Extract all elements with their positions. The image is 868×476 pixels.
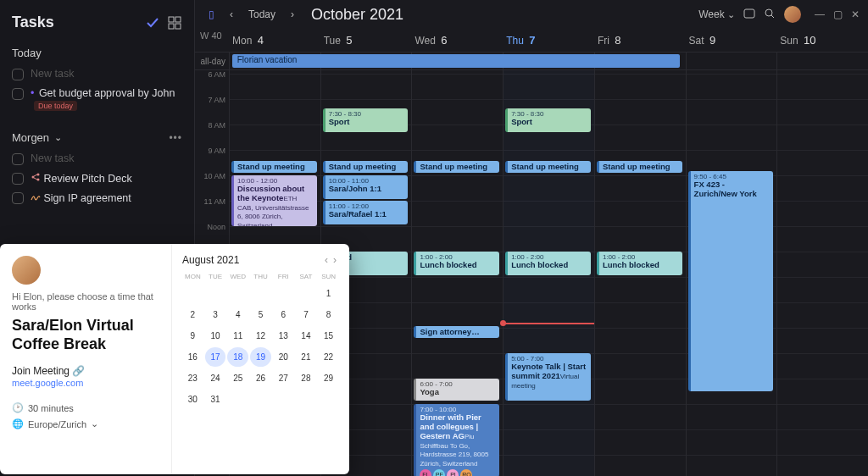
day-col-fri[interactable]: Stand up meeting 1:00 - 2:00Lunch blocke…	[594, 70, 686, 476]
event-standup[interactable]: Stand up meeting	[414, 161, 499, 173]
mini-dow: TUE	[205, 271, 226, 282]
task-sign-ip[interactable]: Sign IP agreement	[12, 188, 182, 208]
mini-day-cell[interactable]: 7	[296, 305, 317, 324]
search-icon[interactable]	[764, 8, 776, 22]
minimize-button[interactable]: —	[815, 8, 825, 20]
event-sara-john[interactable]: 10:00 - 11:00Sara/John 1:1	[323, 175, 409, 199]
mini-day-cell[interactable]: 3	[205, 305, 226, 324]
event-florian-vacation[interactable]: Florian vacation	[232, 54, 680, 68]
event-sport[interactable]: 7:30 - 8:30Sport	[505, 108, 591, 132]
event-standup[interactable]: Stand up meeting	[323, 161, 409, 173]
close-button[interactable]: ✕	[851, 8, 860, 20]
mini-prev-button[interactable]: ‹	[322, 254, 331, 266]
maximize-button[interactable]: ▢	[833, 8, 843, 20]
mini-day-cell[interactable]: 29	[318, 368, 339, 388]
event-sign-attorney[interactable]: Sign attorney…	[414, 326, 499, 338]
day-header-sun[interactable]: Sun 10	[776, 29, 868, 52]
join-meeting-link[interactable]: Join Meeting 🔗 meet.google.com	[12, 365, 159, 389]
mini-day-cell[interactable]: 17	[205, 347, 226, 367]
day-header-mon[interactable]: Mon 4	[229, 29, 320, 52]
mini-day-cell[interactable]: 15	[318, 326, 339, 346]
mini-day-cell[interactable]: 28	[296, 368, 317, 388]
mini-day-cell[interactable]: 9	[182, 326, 203, 346]
globe-icon: 🌐	[12, 418, 24, 429]
more-icon[interactable]: •••	[169, 132, 182, 144]
mini-day-cell[interactable]: 8	[318, 305, 339, 324]
mini-day-cell[interactable]: 1	[318, 284, 339, 303]
mini-day-cell[interactable]: 19	[250, 347, 271, 367]
today-button[interactable]: Today	[243, 7, 281, 22]
event-discussion-keynote[interactable]: 10:00 - 12:00Discussion about the Keynot…	[231, 175, 317, 226]
avatar[interactable]	[784, 6, 801, 23]
day-col-wed[interactable]: Stand up meeting 1:00 - 2:00Lunch blocke…	[411, 70, 503, 476]
day-header-tue[interactable]: Tue 5	[320, 29, 412, 52]
mini-day-cell[interactable]: 4	[227, 305, 248, 324]
svg-rect-3	[175, 24, 181, 29]
checkbox-icon[interactable]	[12, 88, 24, 100]
mini-day-cell[interactable]: 21	[296, 347, 317, 367]
hour-label: 6 AM	[195, 70, 229, 96]
mini-day-cell[interactable]: 16	[182, 347, 203, 367]
topbar: ▯ ‹ Today › October 2021 Week ⌄ — ▢ ✕	[195, 0, 868, 29]
mini-day-cell[interactable]: 10	[205, 326, 226, 346]
group-label[interactable]: Morgen ⌄	[12, 131, 62, 144]
mini-day-cell[interactable]: 26	[250, 368, 271, 388]
event-sport[interactable]: 7:30 - 8:30Sport	[323, 108, 409, 132]
mini-day-cell[interactable]: 27	[273, 368, 294, 388]
mini-calendar-icon[interactable]	[743, 8, 755, 22]
event-yoga[interactable]: 6:00 - 7:00Yoga	[414, 379, 499, 401]
mini-day-cell[interactable]: 2	[182, 305, 203, 324]
event-dinner[interactable]: 7:00 - 10:00Dinner with Pier and collegu…	[414, 404, 499, 476]
event-sara-rafael[interactable]: 11:00 - 12:00Sara/Rafael 1:1	[323, 201, 409, 224]
mini-day-cell[interactable]: 30	[182, 390, 203, 409]
task-budget-approval[interactable]: • Get budget approval by John Due today	[12, 84, 182, 114]
check-icon[interactable]	[145, 15, 160, 30]
day-col-sat[interactable]: 9:50 - 6:45FX 423 - Zurich/New York	[686, 70, 777, 476]
mini-day-cell[interactable]: 31	[205, 390, 226, 409]
mini-day-cell[interactable]: 25	[227, 368, 248, 388]
mini-day-cell[interactable]: 12	[250, 326, 271, 346]
prev-week-button[interactable]: ‹	[225, 7, 238, 22]
next-week-button[interactable]: ›	[286, 7, 299, 22]
mini-day-cell[interactable]: 14	[296, 326, 317, 346]
event-keynote-talk[interactable]: 5:00 - 7:00Keynote Talk | Start summit 2…	[505, 353, 591, 401]
day-header-thu[interactable]: Thu 7	[503, 29, 594, 52]
panel-toggle-icon[interactable]: ▯	[203, 7, 220, 22]
mini-day-cell[interactable]: 5	[250, 305, 271, 324]
day-header-fri[interactable]: Fri 8	[594, 29, 686, 52]
event-lunch[interactable]: 1:00 - 2:00Lunch blocked	[505, 252, 591, 275]
mini-day-cell[interactable]: 13	[273, 326, 294, 346]
event-standup[interactable]: Stand up meeting	[597, 161, 682, 173]
day-header-sat[interactable]: Sat 9	[686, 29, 777, 52]
new-task-row[interactable]: New task	[12, 64, 182, 84]
mini-day-cell[interactable]: 20	[273, 347, 294, 367]
event-standup[interactable]: Stand up meeting	[231, 161, 317, 173]
checkbox-icon[interactable]	[12, 69, 24, 80]
mini-day-cell[interactable]: 18	[227, 347, 248, 367]
event-lunch[interactable]: 1:00 - 2:00Lunch blocked	[414, 252, 499, 275]
mini-day-cell[interactable]: 6	[273, 305, 294, 324]
checkbox-icon[interactable]	[12, 153, 24, 165]
mini-day-cell[interactable]: 23	[182, 368, 203, 388]
task-review-pitch[interactable]: Review Pitch Deck	[12, 169, 182, 188]
checkbox-icon[interactable]	[12, 173, 24, 185]
mini-day-cell[interactable]: 11	[227, 326, 248, 346]
mini-day-cell[interactable]: 22	[318, 347, 339, 367]
mini-calendar[interactable]: MONTUEWEDTHUFRISATSUN 123456789101112131…	[182, 271, 339, 409]
view-selector[interactable]: Week ⌄	[698, 8, 735, 20]
new-task-row-2[interactable]: New task	[12, 149, 182, 169]
timezone-row[interactable]: 🌐Europe/Zurich ⌄	[12, 418, 159, 429]
day-col-thu[interactable]: 7:30 - 8:30Sport Stand up meeting 1:00 -…	[503, 70, 594, 476]
checkbox-icon[interactable]	[12, 192, 24, 204]
svg-rect-1	[175, 17, 181, 22]
mini-day-cell[interactable]: 24	[205, 368, 226, 388]
day-header-wed[interactable]: Wed 6	[411, 29, 503, 52]
event-lunch[interactable]: 1:00 - 2:00Lunch blocked	[597, 252, 682, 275]
event-fx-flight[interactable]: 9:50 - 6:45FX 423 - Zurich/New York	[688, 171, 774, 391]
mini-dow: FRI	[273, 271, 294, 282]
hour-label: 10 AM	[195, 172, 229, 197]
event-standup[interactable]: Stand up meeting	[505, 161, 591, 173]
mini-next-button[interactable]: ›	[331, 254, 339, 266]
layout-icon[interactable]	[167, 15, 182, 30]
day-col-sun[interactable]	[776, 70, 868, 476]
